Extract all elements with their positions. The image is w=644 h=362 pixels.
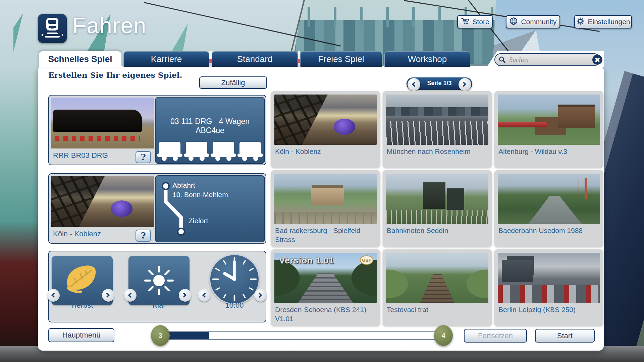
start-label: Start [557,331,573,340]
chevron-right-icon [257,293,262,298]
chevron-right-icon [461,82,467,87]
conditions-panel: Herbst Klar 10:00 [48,251,266,322]
wagon-icon [239,142,261,155]
clear-search-icon[interactable] [592,55,602,65]
page-next-button[interactable] [459,78,471,91]
continue-label: Fortsetzen [478,331,513,340]
chevron-left-icon [202,293,208,298]
scenario-title: Bad radkersburg - Spielfeld Strass [275,226,377,244]
gbf-badge: GBF [360,255,373,265]
tab-gap-decoration [209,51,212,67]
random-button[interactable]: Zufällig [199,76,267,89]
scenario-title: Testovaci trat [387,305,488,314]
tab-karriere[interactable]: Karriere [123,51,209,67]
start-button[interactable]: Start [535,329,595,343]
route-map-panel[interactable]: Abfahrt 10. Bonn-Mehlem Zielort [155,175,265,242]
wagon-icon [213,142,234,155]
time-next-button[interactable] [254,289,267,302]
weather-next-button[interactable] [179,289,192,302]
search-input[interactable] [508,56,592,64]
scenario-title: Berlin-Leipzig (KBS 250) [498,305,600,314]
chevron-right-icon [105,293,110,298]
wagon-icon [186,142,207,155]
wagon-icon [159,142,180,155]
consist-panel[interactable]: 03 111 DRG - 4 Wagen ABC4ue [155,97,265,164]
route-map-graphic [156,176,264,242]
scenario-card[interactable]: Bad radkersburg - Spielfeld Strass [271,170,380,247]
scenario-thumbnail [386,95,488,145]
weather-prev-button[interactable] [124,289,137,302]
scenario-card[interactable]: Version 1.01 GBF Dresden-Schoena (KBS 24… [271,249,380,326]
season-prev-button[interactable] [47,289,60,302]
route-thumbnail [51,176,154,227]
time-tile[interactable] [209,254,260,304]
scenario-card[interactable]: Berlin-Leipzig (KBS 250) [494,249,603,326]
consist-name: 03 111 DRG - 4 Wagen ABC4ue [156,117,264,135]
scenario-card[interactable]: Altenburg - Wildau v.3 [494,91,603,168]
departure-station: 10. Bonn-Mehlem [172,191,228,199]
weather-value: Klar [128,301,190,310]
scenario-card[interactable]: Testovaci trat [383,249,492,326]
wagon-row [156,142,264,155]
settings-button[interactable]: Einstellungen [574,15,632,28]
pagination: Seite 1/3 [407,77,472,90]
scenario-thumbnail [498,174,600,224]
globe-icon [509,17,518,27]
search-box [494,53,600,66]
tab-workshop[interactable]: Workshop [384,51,470,67]
page-title: Fahren [72,13,147,38]
engine-help-button[interactable]: ? [136,151,151,163]
scenario-thumbnail [386,253,488,303]
tab-label: Workshop [408,54,447,64]
tab-label: Karriere [151,54,182,64]
scenario-title: Bahnknoten Seddin [387,226,488,235]
scenario-card[interactable]: Baederbahn Usedom 1988 [494,170,603,247]
screen: Fahren Store Community [0,0,644,362]
scenario-title: Baederbahn Usedom 1988 [498,226,600,235]
main-menu-button[interactable]: Hauptmenü [48,328,114,342]
search-icon [498,56,506,63]
engine-selection-card[interactable]: RRR BR03 DRG ? 03 111 DRG - 4 Wagen ABC4… [48,95,266,165]
store-button[interactable]: Store [457,15,493,28]
time-prev-button[interactable] [198,289,211,302]
scenario-card[interactable]: München nach Rosenheim [383,91,492,168]
tab-label: Schnelles Spiel [48,54,112,64]
scenario-thumbnail [274,174,377,224]
engine-name: RRR BR03 DRG [53,151,108,160]
scenario-thumbnail [498,95,600,145]
chevron-left-icon [51,293,57,298]
step-current-badge: 3 [151,325,170,346]
store-label: Store [472,18,489,26]
app-logo [38,14,67,43]
tab-label: Standard [237,54,273,64]
sun-icon [141,262,177,299]
scenario-card[interactable]: Bahnknoten Seddin [383,170,492,247]
scenario-thumbnail [274,95,377,145]
continue-button[interactable]: Fortsetzen [464,329,527,343]
forest-track-image [498,174,600,224]
chevron-left-icon [128,293,133,298]
cart-icon [461,17,469,27]
chevron-right-icon [181,293,187,298]
scenario-card[interactable]: Köln - Koblenz [271,91,380,168]
tab-standard[interactable]: Standard [212,51,298,67]
terminus-image [498,253,600,303]
junction-image [386,174,488,224]
tab-freies-spiel[interactable]: Freies Spiel [300,51,382,67]
single-track-image [386,253,488,303]
community-button[interactable]: Community [506,15,560,28]
destination-label: Zielort [189,217,208,225]
route-selection-card[interactable]: Köln - Koblenz ? Abfahrt 10. Bonn-Mehlem… [48,173,266,244]
route-help-button[interactable]: ? [136,230,151,242]
season-next-button[interactable] [102,289,115,302]
tab-gap-decoration [298,51,300,67]
engine-thumbnail [51,98,154,148]
tab-schnelles-spiel[interactable]: Schnelles Spiel [39,51,121,67]
step-next-badge: 4 [434,325,453,346]
community-label: Community [521,18,556,26]
scenario-thumbnail [498,253,600,303]
leaf-icon [62,262,102,299]
railyard-image [386,95,488,145]
station-image [274,174,377,224]
scenario-title: Altenburg - Wildau v.3 [498,147,600,156]
